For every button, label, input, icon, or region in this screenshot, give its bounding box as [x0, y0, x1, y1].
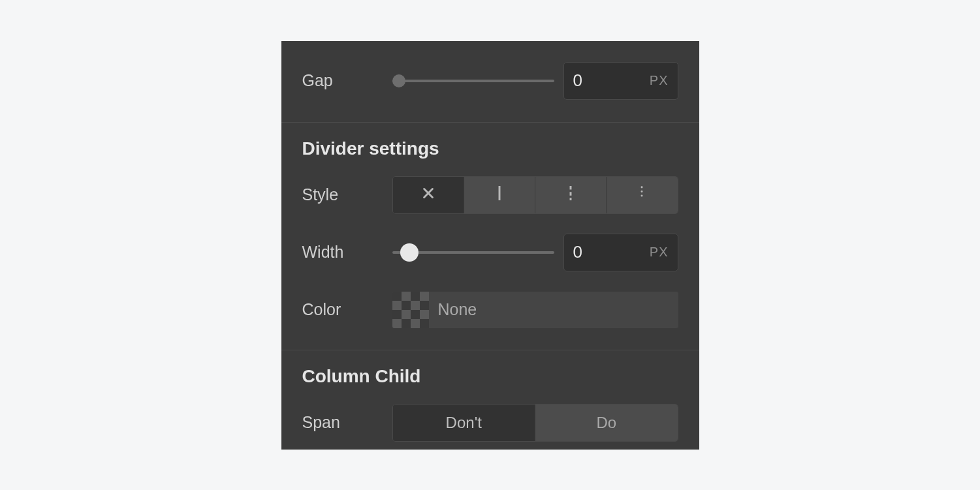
column-child-heading: Column Child [302, 366, 678, 387]
divider-settings-section: Divider settings Style [281, 123, 699, 350]
divider-style-dotted-button[interactable] [607, 177, 677, 213]
divider-settings-heading: Divider settings [302, 138, 678, 159]
divider-style-dashed-button[interactable] [535, 177, 607, 213]
divider-width-slider-wrap [392, 245, 554, 260]
divider-color-value: None [429, 300, 477, 319]
gap-input[interactable]: 0 PX [563, 62, 678, 100]
gap-input-unit: PX [650, 73, 669, 88]
transparent-swatch-icon [392, 292, 429, 328]
gap-input-value: 0 [573, 70, 582, 91]
divider-style-row: Style [302, 176, 678, 214]
span-do-label: Do [596, 414, 616, 432]
solid-line-icon [492, 184, 507, 206]
span-group: Don't Do [392, 404, 678, 442]
divider-style-solid-button[interactable] [464, 177, 535, 213]
span-dont-button[interactable]: Don't [393, 405, 536, 441]
divider-width-input[interactable]: 0 PX [563, 234, 678, 271]
divider-width-input-unit: PX [650, 245, 669, 260]
divider-width-label: Width [302, 243, 392, 262]
divider-style-control [392, 176, 678, 214]
divider-width-row: Width 0 PX [302, 234, 678, 271]
divider-color-field[interactable]: None [392, 292, 678, 328]
divider-style-none-button[interactable] [393, 177, 464, 213]
span-control: Don't Do [392, 404, 678, 442]
divider-width-control: 0 PX [392, 234, 678, 271]
gap-control: 0 PX [392, 62, 678, 100]
divider-style-label: Style [302, 185, 392, 204]
gap-row: Gap 0 PX [302, 62, 678, 100]
column-child-section: Column Child Span Don't Do [281, 350, 699, 450]
divider-color-label: Color [302, 300, 392, 319]
divider-style-group [392, 176, 678, 214]
divider-width-slider[interactable] [392, 245, 554, 260]
divider-width-slider-thumb[interactable] [400, 243, 419, 262]
gap-label: Gap [302, 71, 392, 90]
gap-section: Gap 0 PX [281, 41, 699, 123]
settings-panel: Gap 0 PX Divider settings Style [281, 41, 699, 450]
span-do-button[interactable]: Do [535, 405, 678, 441]
gap-slider[interactable] [392, 73, 554, 89]
gap-slider-thumb[interactable] [392, 74, 405, 87]
dotted-line-icon [635, 184, 649, 206]
divider-color-row: Color None [302, 291, 678, 329]
span-dont-label: Don't [446, 414, 482, 432]
gap-slider-wrap [392, 73, 554, 89]
x-icon [421, 184, 435, 206]
dashed-line-icon [563, 184, 578, 206]
gap-slider-track [392, 80, 554, 82]
divider-width-input-value: 0 [573, 242, 582, 262]
divider-color-control: None [392, 292, 678, 328]
span-label: Span [302, 413, 392, 432]
span-row: Span Don't Do [302, 404, 678, 442]
